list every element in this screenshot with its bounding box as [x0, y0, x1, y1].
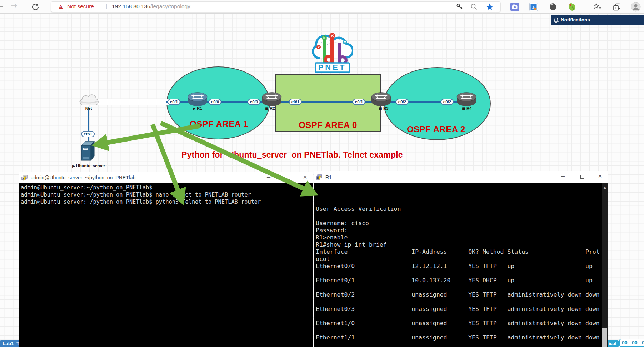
router-r1-node[interactable] — [188, 92, 208, 107]
scrollbar-track[interactable] — [602, 183, 608, 347]
interface-pill-r1-e00: e0/0 — [209, 99, 221, 105]
minimize-button[interactable]: – — [555, 171, 571, 183]
favorite-star-icon[interactable] — [486, 3, 494, 11]
interface-pill-r4-e02: e0/2 — [441, 99, 454, 105]
password-key-icon[interactable] — [456, 3, 463, 10]
extension-picture-icon[interactable] — [529, 3, 538, 11]
url-text[interactable]: 192.168.80.136/legacy/topology — [112, 3, 190, 10]
router-r3-node[interactable] — [371, 92, 391, 107]
ubuntu-terminal-output[interactable]: admin@Ubuntu_server:~/python_on_PNETlab$… — [21, 184, 261, 205]
back-icon[interactable] — [0, 6, 3, 7]
ospf-area-2-label: OSPF AREA 2 — [407, 124, 465, 134]
router-r2-node[interactable] — [262, 92, 282, 107]
notifications-label: Notifications — [561, 17, 590, 23]
ospf-area-0-label: OSPF AREA 0 — [299, 120, 357, 130]
putty-icon — [21, 174, 28, 181]
r1-terminal-output[interactable]: User Access Verification Username: cisco… — [316, 191, 600, 341]
bell-icon — [554, 17, 559, 23]
interface-pill-r2-e00: e0/0 — [248, 99, 260, 105]
extension-camera-icon[interactable] — [510, 3, 519, 11]
ospf-area-1-label: OSPF AREA 1 — [190, 119, 248, 129]
interface-pill-eth1: eth1 — [81, 131, 95, 137]
notifications-bar[interactable]: Notifications — [551, 15, 644, 25]
maximize-button[interactable] — [280, 172, 296, 183]
close-button[interactable]: × — [592, 171, 608, 183]
toolbar-separator — [585, 3, 585, 10]
r1-terminal-title: R1 — [325, 174, 332, 180]
favorites-bar-icon[interactable] — [594, 3, 601, 11]
lab-timer: 00 : 00 : 0 — [619, 339, 644, 347]
browser-toolbar: → ▲! Not secure | 192.168.80.136/legacy/… — [0, 0, 644, 14]
close-button[interactable]: × — [297, 172, 313, 183]
interface-pill-r1-e01: e0/1 — [168, 99, 180, 105]
forward-icon[interactable]: → — [11, 1, 17, 10]
interface-pill-r3-e02: e0/2 — [396, 99, 409, 105]
ubuntu-server-node[interactable] — [80, 140, 96, 163]
extension-egg-icon[interactable] — [549, 3, 557, 11]
internet-cloud-node[interactable] — [77, 91, 100, 106]
screen: → ▲! Not secure | 192.168.80.136/legacy/… — [0, 0, 644, 347]
interface-pill-r3-e01: e0/1 — [353, 99, 365, 105]
ubuntu-terminal-titlebar[interactable]: admin@Ubuntu_server: ~/python_on_PNETlab… — [19, 172, 313, 183]
scroll-up-icon[interactable]: ▲ — [604, 185, 606, 189]
router-r4-label: ■ R4 — [462, 106, 471, 110]
link-net-to-r1 — [94, 99, 169, 105]
url-host: 192.168.80.136 — [112, 3, 150, 9]
profile-avatar[interactable] — [631, 2, 641, 12]
pnet-logo-text: PNET — [318, 63, 346, 72]
router-r1-label: ▶ R1 — [193, 106, 202, 110]
zoom-out-icon[interactable] — [470, 3, 478, 10]
maximize-button[interactable] — [574, 171, 590, 183]
cloud-label: Net — [85, 106, 92, 110]
pnetlab-logo: PNET — [308, 25, 353, 73]
router-r2-label: ■ R2 — [265, 106, 275, 110]
ubuntu-terminal-window: admin@Ubuntu_server: ~/python_on_PNETlab… — [19, 172, 313, 347]
interface-pill-r2-e01: e0/1 — [289, 99, 302, 105]
server-status-marker: ▶ — [72, 164, 75, 168]
putty-icon — [316, 174, 323, 180]
r1-terminal-titlebar[interactable]: R1 – × — [314, 171, 608, 183]
server-label: ▶ Ubuntu_server — [72, 164, 105, 168]
scrollbar-thumb[interactable] — [602, 328, 607, 347]
refresh-icon[interactable] — [31, 3, 39, 11]
warning-icon: ▲! — [57, 3, 64, 10]
r1-terminal-window: R1 – × User Access Verification Username… — [314, 171, 608, 347]
extension-parrot-icon[interactable] — [568, 3, 576, 11]
url-separator: | — [106, 3, 107, 10]
ubuntu-terminal-title: admin@Ubuntu_server: ~/python_on_PNETlab — [31, 175, 135, 180]
topology-caption: Python for Ubuntu_server on PNETlab. Tel… — [181, 150, 403, 160]
url-path: /legacy/topology — [150, 3, 190, 9]
collections-icon[interactable] — [613, 3, 621, 11]
router-r4-node[interactable] — [456, 92, 476, 107]
minimize-button[interactable]: – — [261, 172, 276, 183]
not-secure-label[interactable]: Not secure — [67, 3, 94, 10]
physical-mode-badge[interactable]: ical — [606, 340, 619, 347]
router-r3-label: ■ R3 — [379, 106, 388, 110]
